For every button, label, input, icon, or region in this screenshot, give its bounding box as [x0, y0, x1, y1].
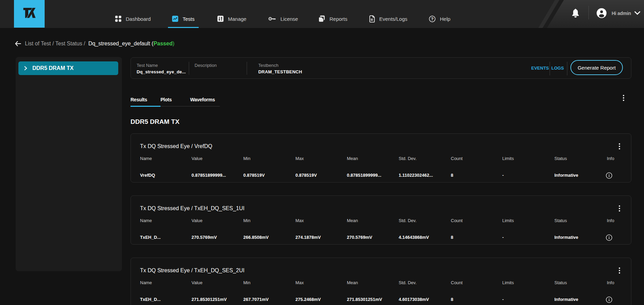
- svg-text:?: ?: [431, 16, 434, 21]
